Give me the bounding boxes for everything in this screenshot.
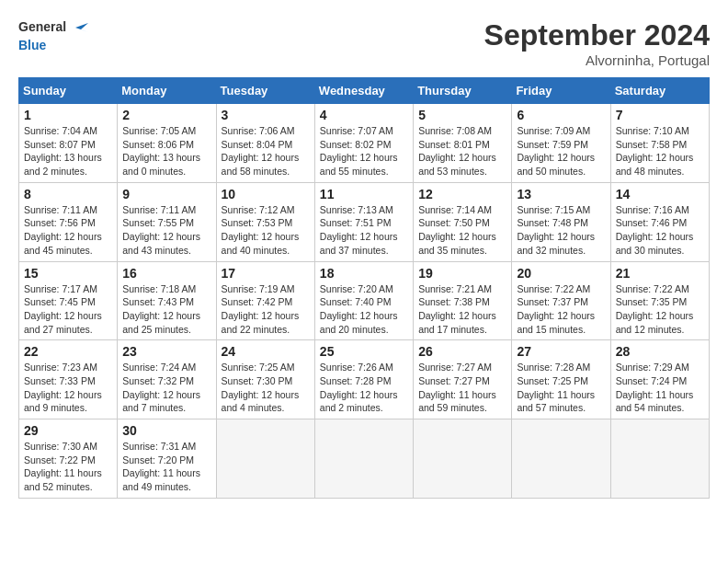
day-number: 23	[122, 344, 210, 359]
day-info: Sunrise: 7:16 AMSunset: 7:46 PMDaylight:…	[616, 203, 704, 258]
calendar-table: Sunday Monday Tuesday Wednesday Thursday…	[18, 77, 710, 499]
day-info: Sunrise: 7:26 AMSunset: 7:28 PMDaylight:…	[320, 361, 408, 415]
table-row: 12Sunrise: 7:14 AMSunset: 7:50 PMDayligh…	[414, 182, 512, 261]
logo: General Blue	[18, 18, 89, 53]
calendar-header-row: Sunday Monday Tuesday Wednesday Thursday…	[19, 78, 710, 104]
col-monday: Monday	[118, 78, 216, 104]
day-number: 18	[320, 266, 408, 281]
day-number: 28	[616, 344, 704, 359]
table-row: 29Sunrise: 7:30 AMSunset: 7:22 PMDayligh…	[19, 419, 118, 499]
table-row: 30Sunrise: 7:31 AMSunset: 7:20 PMDayligh…	[118, 419, 216, 499]
day-info: Sunrise: 7:18 AMSunset: 7:43 PMDaylight:…	[122, 282, 210, 337]
table-row: 7Sunrise: 7:10 AMSunset: 7:58 PMDaylight…	[610, 104, 709, 183]
table-row: 23Sunrise: 7:24 AMSunset: 7:32 PMDayligh…	[118, 340, 216, 419]
day-number: 11	[320, 187, 408, 201]
calendar-week-row: 22Sunrise: 7:23 AMSunset: 7:33 PMDayligh…	[19, 340, 710, 419]
table-row: 22Sunrise: 7:23 AMSunset: 7:33 PMDayligh…	[19, 340, 118, 419]
col-tuesday: Tuesday	[216, 78, 314, 104]
table-row: 26Sunrise: 7:27 AMSunset: 7:27 PMDayligh…	[414, 340, 512, 419]
day-number: 19	[418, 266, 506, 281]
col-sunday: Sunday	[19, 78, 118, 104]
day-info: Sunrise: 7:11 AMSunset: 7:56 PMDaylight:…	[24, 203, 112, 258]
day-info: Sunrise: 7:25 AMSunset: 7:30 PMDaylight:…	[222, 361, 310, 415]
day-info: Sunrise: 7:21 AMSunset: 7:38 PMDaylight:…	[418, 282, 506, 337]
day-number: 4	[320, 108, 408, 122]
month-title: September 2024	[484, 18, 710, 52]
day-number: 7	[616, 108, 704, 122]
table-row: 20Sunrise: 7:22 AMSunset: 7:37 PMDayligh…	[512, 261, 610, 340]
day-info: Sunrise: 7:13 AMSunset: 7:51 PMDaylight:…	[320, 203, 408, 258]
day-number: 2	[122, 108, 210, 122]
calendar-week-row: 29Sunrise: 7:30 AMSunset: 7:22 PMDayligh…	[19, 419, 710, 499]
table-row: 8Sunrise: 7:11 AMSunset: 7:56 PMDaylight…	[19, 182, 118, 261]
day-info: Sunrise: 7:30 AMSunset: 7:22 PMDaylight:…	[24, 440, 112, 494]
day-number: 20	[517, 266, 605, 281]
day-info: Sunrise: 7:17 AMSunset: 7:45 PMDaylight:…	[24, 282, 112, 337]
table-row: 11Sunrise: 7:13 AMSunset: 7:51 PMDayligh…	[314, 182, 413, 261]
day-info: Sunrise: 7:24 AMSunset: 7:32 PMDaylight:…	[122, 361, 210, 415]
day-number: 15	[24, 266, 112, 281]
table-row: 17Sunrise: 7:19 AMSunset: 7:42 PMDayligh…	[216, 261, 314, 340]
table-row: 25Sunrise: 7:26 AMSunset: 7:28 PMDayligh…	[314, 340, 413, 419]
table-row	[512, 419, 610, 499]
day-number: 12	[418, 187, 506, 201]
logo: General Blue	[18, 18, 89, 53]
table-row: 21Sunrise: 7:22 AMSunset: 7:35 PMDayligh…	[610, 261, 709, 340]
day-number: 22	[24, 344, 112, 359]
table-row: 15Sunrise: 7:17 AMSunset: 7:45 PMDayligh…	[19, 261, 118, 340]
day-info: Sunrise: 7:28 AMSunset: 7:25 PMDaylight:…	[517, 361, 605, 415]
table-row	[414, 419, 512, 499]
day-info: Sunrise: 7:07 AMSunset: 8:02 PMDaylight:…	[320, 124, 408, 178]
table-row: 1Sunrise: 7:04 AMSunset: 8:07 PMDaylight…	[19, 104, 118, 183]
day-number: 13	[517, 187, 605, 201]
table-row: 4Sunrise: 7:07 AMSunset: 8:02 PMDaylight…	[314, 104, 413, 183]
day-info: Sunrise: 7:14 AMSunset: 7:50 PMDaylight:…	[418, 203, 506, 258]
day-info: Sunrise: 7:31 AMSunset: 7:20 PMDaylight:…	[122, 440, 210, 494]
day-number: 3	[222, 108, 310, 122]
day-info: Sunrise: 7:09 AMSunset: 7:59 PMDaylight:…	[517, 124, 605, 178]
table-row: 9Sunrise: 7:11 AMSunset: 7:55 PMDaylight…	[118, 182, 216, 261]
day-info: Sunrise: 7:04 AMSunset: 8:07 PMDaylight:…	[24, 124, 112, 178]
table-row: 5Sunrise: 7:08 AMSunset: 8:01 PMDaylight…	[414, 104, 512, 183]
table-row: 19Sunrise: 7:21 AMSunset: 7:38 PMDayligh…	[414, 261, 512, 340]
page-header: General Blue September 2024 Alvorninha, …	[18, 18, 710, 68]
title-block: September 2024 Alvorninha, Portugal	[484, 18, 710, 68]
logo-blue: Blue	[18, 38, 46, 52]
day-info: Sunrise: 7:22 AMSunset: 7:35 PMDaylight:…	[616, 282, 704, 337]
day-info: Sunrise: 7:23 AMSunset: 7:33 PMDaylight:…	[24, 361, 112, 415]
day-number: 1	[24, 108, 112, 122]
table-row: 14Sunrise: 7:16 AMSunset: 7:46 PMDayligh…	[610, 182, 709, 261]
calendar-week-row: 8Sunrise: 7:11 AMSunset: 7:56 PMDaylight…	[19, 182, 710, 261]
day-info: Sunrise: 7:27 AMSunset: 7:27 PMDaylight:…	[418, 361, 506, 415]
day-number: 26	[418, 344, 506, 359]
day-info: Sunrise: 7:19 AMSunset: 7:42 PMDaylight:…	[222, 282, 310, 337]
col-wednesday: Wednesday	[314, 78, 413, 104]
day-number: 5	[418, 108, 506, 122]
day-info: Sunrise: 7:11 AMSunset: 7:55 PMDaylight:…	[122, 203, 210, 258]
col-thursday: Thursday	[414, 78, 512, 104]
day-number: 6	[517, 108, 605, 122]
day-info: Sunrise: 7:15 AMSunset: 7:48 PMDaylight:…	[517, 203, 605, 258]
location: Alvorninha, Portugal	[484, 52, 710, 68]
day-number: 24	[222, 344, 310, 359]
day-number: 14	[616, 187, 704, 201]
table-row: 24Sunrise: 7:25 AMSunset: 7:30 PMDayligh…	[216, 340, 314, 419]
table-row: 16Sunrise: 7:18 AMSunset: 7:43 PMDayligh…	[118, 261, 216, 340]
day-info: Sunrise: 7:08 AMSunset: 8:01 PMDaylight:…	[418, 124, 506, 178]
table-row: 27Sunrise: 7:28 AMSunset: 7:25 PMDayligh…	[512, 340, 610, 419]
day-info: Sunrise: 7:20 AMSunset: 7:40 PMDaylight:…	[320, 282, 408, 337]
table-row: 6Sunrise: 7:09 AMSunset: 7:59 PMDaylight…	[512, 104, 610, 183]
table-row: 28Sunrise: 7:29 AMSunset: 7:24 PMDayligh…	[610, 340, 709, 419]
table-row: 13Sunrise: 7:15 AMSunset: 7:48 PMDayligh…	[512, 182, 610, 261]
logo-general: General	[18, 19, 66, 34]
day-number: 30	[122, 423, 210, 438]
col-friday: Friday	[512, 78, 610, 104]
day-number: 27	[517, 344, 605, 359]
table-row	[216, 419, 314, 499]
day-info: Sunrise: 7:10 AMSunset: 7:58 PMDaylight:…	[616, 124, 704, 178]
day-number: 21	[616, 266, 704, 281]
day-number: 17	[222, 266, 310, 281]
calendar-week-row: 1Sunrise: 7:04 AMSunset: 8:07 PMDaylight…	[19, 104, 710, 183]
svg-marker-0	[75, 23, 88, 29]
day-number: 29	[24, 423, 112, 438]
